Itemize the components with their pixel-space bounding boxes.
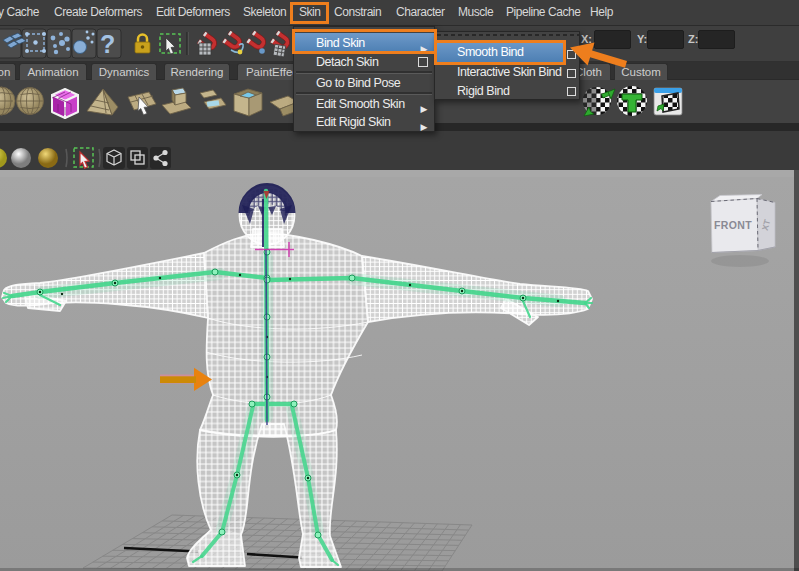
svg-text:?: ? — [100, 30, 115, 58]
svg-text:FRONT: FRONT — [714, 219, 752, 231]
